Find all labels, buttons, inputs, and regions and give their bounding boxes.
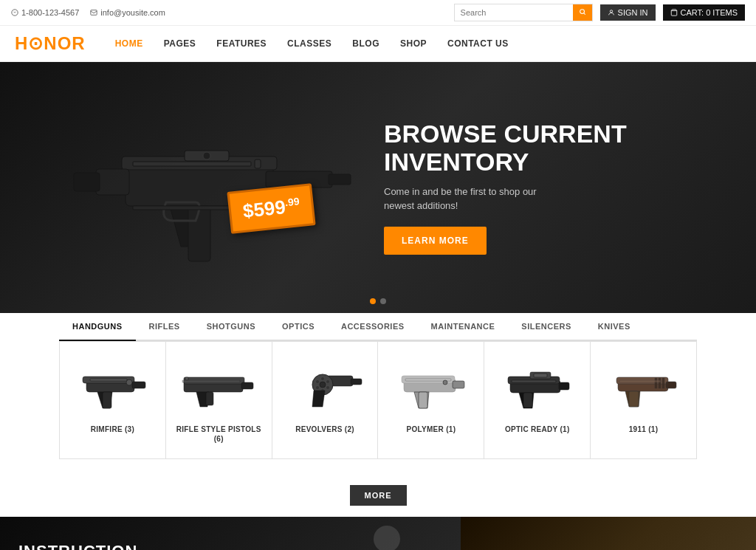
product-name-polymer: POLYMER (1) (387, 424, 475, 434)
svg-rect-59 (619, 380, 661, 382)
hero-dot-2[interactable] (380, 298, 386, 304)
svg-point-44 (443, 380, 447, 385)
svg-rect-58 (662, 378, 664, 388)
nav-classes[interactable]: CLASSES (287, 38, 331, 49)
nav-pages[interactable]: PAGES (164, 38, 196, 49)
product-polymer[interactable]: POLYMER (1) (378, 342, 484, 458)
more-button[interactable]: MORE (350, 485, 407, 506)
tab-maintenance[interactable]: MAINTENANCE (418, 313, 509, 341)
product-rifle-pistols[interactable]: RIFLE STYLE PISTOLS (6) (166, 342, 272, 458)
auth-area: SIGN IN CART: 0 ITEMS (600, 4, 745, 21)
user-icon (608, 9, 615, 16)
svg-point-31 (320, 382, 326, 388)
svg-rect-54 (666, 382, 676, 388)
svg-point-32 (321, 377, 325, 380)
svg-rect-14 (255, 159, 261, 168)
gun-svg-4 (391, 362, 472, 410)
nav-contact[interactable]: CONTACT US (447, 38, 509, 49)
promo-instruction: INSTRUCTION Let our experienced staff as… (0, 517, 461, 550)
svg-rect-26 (206, 392, 213, 405)
cart-button[interactable]: CART: 0 ITEMS (663, 4, 745, 21)
tab-rifles[interactable]: RIFLES (136, 313, 193, 341)
svg-point-37 (316, 379, 320, 383)
product-name-rimfire: RIMFIRE (3) (69, 424, 157, 434)
svg-rect-15 (133, 162, 251, 166)
svg-point-2 (580, 10, 584, 14)
price-tag: $599.99 (227, 183, 316, 234)
gun-svg-2 (178, 362, 259, 410)
sign-in-button[interactable]: SIGN IN (600, 4, 656, 21)
nav-features[interactable]: FEATURES (216, 38, 267, 49)
svg-rect-51 (512, 380, 556, 382)
svg-point-33 (326, 379, 330, 383)
gun-svg-3 (284, 362, 365, 410)
svg-point-34 (326, 385, 330, 389)
hero-cta-button[interactable]: LEARN MORE (384, 227, 487, 255)
svg-rect-8 (329, 174, 351, 185)
cart-icon (670, 9, 678, 16)
svg-point-13 (203, 152, 210, 159)
hero-subtitle: Come in and be the first to shop our new… (384, 185, 561, 213)
hero-content: BROWSE CURRENT INVENTORY Come in and be … (384, 120, 627, 255)
svg-rect-55 (629, 391, 639, 407)
svg-rect-20 (103, 392, 111, 408)
nav-home[interactable]: HOME (115, 38, 143, 49)
hero-dot-1[interactable] (370, 298, 376, 304)
svg-rect-1 (91, 10, 97, 16)
product-rimfire[interactable]: RIMFIRE (3) (60, 342, 166, 458)
product-image-rimfire (69, 357, 157, 416)
svg-rect-25 (241, 382, 253, 389)
product-optic-ready[interactable]: OPTIC READY (1) (484, 342, 591, 458)
svg-rect-10 (96, 169, 129, 195)
product-name-1911: 1911 (1) (599, 424, 687, 434)
product-image-rifle-pistols (175, 357, 263, 416)
tab-accessories[interactable]: ACCESSORIES (328, 313, 418, 341)
svg-rect-11 (74, 173, 100, 191)
svg-rect-41 (453, 381, 464, 388)
product-revolvers[interactable]: REVOLVERS (2) (272, 342, 379, 458)
contact-info: 1-800-123-4567 info@yousite.com (11, 8, 454, 17)
promo-ammunition: A WIDE RANGE OF AMMUNITION (461, 517, 756, 550)
svg-rect-57 (659, 378, 661, 388)
email-icon (90, 9, 97, 16)
product-1911[interactable]: 1911 (1) (591, 342, 696, 458)
product-image-revolvers (281, 357, 369, 416)
ammunition-bg (461, 517, 756, 550)
svg-rect-49 (559, 382, 569, 390)
hero-gun-image (37, 92, 406, 298)
gun-svg-6 (603, 362, 684, 410)
product-name-revolvers: REVOLVERS (2) (281, 424, 369, 434)
gun-svg-1 (72, 362, 153, 410)
tab-silencers[interactable]: SILENCERS (508, 313, 584, 341)
hero-section: $599.99 BROWSE CURRENT INVENTORY Come in… (0, 62, 756, 313)
products-section: HANDGUNS RIFLES SHOTGUNS OPTICS ACCESSOR… (0, 313, 756, 474)
price-value: $599.99 (242, 194, 301, 222)
main-nav: HOME PAGES FEATURES CLASSES BLOG SHOP CO… (115, 38, 509, 49)
nav-blog[interactable]: BLOG (352, 38, 379, 49)
tab-handguns[interactable]: HANDGUNS (59, 313, 136, 341)
search-input[interactable] (455, 5, 573, 20)
svg-rect-38 (351, 379, 362, 385)
promo-section: INSTRUCTION Let our experienced staff as… (0, 517, 756, 550)
nav-shop[interactable]: SHOP (400, 38, 427, 49)
search-button[interactable] (573, 4, 592, 21)
more-button-wrap: MORE (0, 474, 756, 517)
hero-dots (370, 298, 386, 304)
tab-knives[interactable]: KNIVES (585, 313, 644, 341)
svg-rect-28 (182, 380, 240, 382)
logo[interactable]: H⊙NOR (15, 33, 86, 54)
tab-shotguns[interactable]: SHOTGUNS (193, 313, 269, 341)
svg-rect-56 (655, 378, 657, 388)
svg-rect-42 (419, 392, 427, 408)
gun-svg-5 (497, 362, 578, 410)
product-image-polymer (387, 357, 475, 416)
products-grid: RIMFIRE (3) RIFLE STYLE PISTOLS ( (59, 341, 697, 459)
tab-optics[interactable]: OPTICS (269, 313, 328, 341)
svg-rect-50 (523, 393, 532, 408)
category-tabs: HANDGUNS RIFLES SHOTGUNS OPTICS ACCESSOR… (59, 313, 697, 341)
phone-text: 1-800-123-4567 (21, 8, 79, 17)
svg-rect-19 (132, 382, 145, 388)
hero-title: BROWSE CURRENT INVENTORY (384, 120, 627, 176)
promo-instruction-title: INSTRUCTION (18, 542, 442, 550)
svg-point-3 (610, 10, 612, 13)
